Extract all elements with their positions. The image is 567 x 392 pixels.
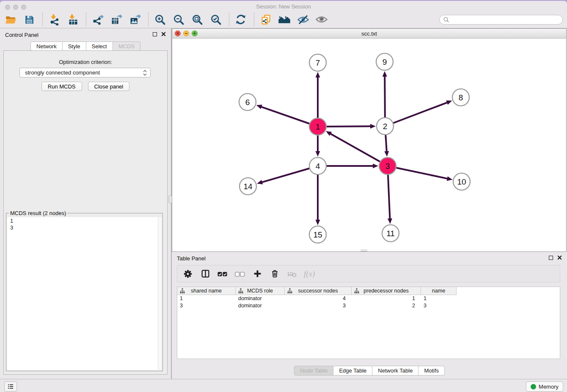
run-mcds-button[interactable]: Run MCDS — [41, 82, 82, 91]
network-table-divider-grip[interactable] — [361, 250, 367, 251]
tab-node-table[interactable]: Node Table — [294, 366, 334, 375]
table-cell[interactable]: dominator — [236, 295, 285, 302]
window-titlebar: Session: New Session — [0, 2, 567, 11]
node-table-header: shared nameMCDS rolesuccessor nodesprede… — [177, 287, 560, 295]
column-header-name[interactable]: name — [421, 287, 457, 295]
apply-function-icon: f(x) — [304, 269, 315, 279]
mcds-result-box: MCDS result (2 nodes) 13 — [6, 210, 163, 371]
save-session-icon[interactable] — [23, 13, 36, 26]
zoom-out-icon[interactable] — [172, 13, 185, 26]
column-header-predecessor-nodes[interactable]: predecessor nodes — [352, 287, 421, 295]
edge-1-6[interactable] — [260, 107, 318, 127]
export-image-icon[interactable] — [129, 13, 141, 26]
main-toolbar — [0, 11, 567, 28]
column-header-label: predecessor nodes — [363, 288, 408, 294]
select-all-icon[interactable] — [217, 268, 228, 279]
column-header-MCDS-role[interactable]: MCDS role — [236, 287, 285, 295]
criterion-selected-value: strongly connected component — [25, 69, 142, 76]
edge-arrowhead — [316, 151, 320, 157]
optimization-criterion-select[interactable]: strongly connected component — [19, 68, 151, 77]
search-input[interactable] — [449, 17, 559, 23]
tab-network-table[interactable]: Network Table — [372, 366, 418, 375]
column-header-label: MCDS role — [247, 288, 273, 294]
edge-arrowhead — [316, 72, 320, 77]
list-icon — [7, 383, 14, 390]
clone-network-icon[interactable] — [259, 13, 272, 26]
network-window-title: scc.txt — [172, 30, 566, 37]
zoom-in-icon[interactable] — [154, 13, 166, 26]
graph-node-label: 4 — [316, 162, 320, 171]
export-network-icon[interactable] — [91, 13, 104, 26]
edge-2-8[interactable] — [385, 102, 448, 126]
column-header-label: shared name — [191, 288, 222, 294]
close-panel-icon[interactable] — [161, 32, 166, 36]
tab-style[interactable]: Style — [63, 41, 86, 51]
table-cell[interactable]: 3 — [285, 302, 352, 309]
close-panel-button[interactable]: Close panel — [88, 82, 130, 91]
table-options-gear-icon[interactable] — [182, 268, 193, 279]
mcds-result-list[interactable]: 13 — [7, 217, 158, 370]
tab-mcds[interactable]: MCDS — [113, 41, 140, 51]
column-header-label: successor nodes — [298, 288, 338, 294]
import-network-icon[interactable] — [48, 13, 61, 26]
edge-arrowhead — [370, 124, 376, 129]
open-file-icon[interactable] — [4, 13, 17, 26]
edge-arrowhead — [373, 164, 378, 168]
network-view-window: scc.txt 7968124314101511 — [172, 28, 567, 252]
edge-arrowhead — [256, 105, 262, 109]
export-table-icon[interactable] — [110, 13, 123, 26]
network-window-titlebar[interactable]: scc.txt — [172, 29, 566, 39]
mcds-result-title: MCDS result (2 nodes) — [9, 210, 67, 216]
hide-selected-icon[interactable] — [297, 13, 309, 26]
table-row[interactable]: 1dominator411 — [177, 295, 560, 302]
toolbar-separator — [254, 13, 254, 26]
search-box[interactable] — [439, 15, 563, 25]
tab-select[interactable]: Select — [86, 41, 113, 51]
search-icon — [443, 17, 449, 23]
task-history-button[interactable] — [4, 381, 17, 392]
network-graph[interactable]: 7968124314101511 — [172, 39, 566, 251]
tab-edge-table[interactable]: Edge Table — [333, 366, 372, 375]
edge-3-1[interactable] — [330, 133, 388, 166]
column-header-successor-nodes[interactable]: successor nodes — [285, 287, 352, 295]
delete-row-icon[interactable] — [269, 268, 280, 279]
edge-3-10[interactable] — [388, 166, 449, 179]
table-row[interactable]: 3dominator323 — [177, 302, 560, 309]
table-cell[interactable]: 1 — [177, 295, 236, 302]
graph-node-label: 2 — [383, 122, 388, 131]
show-all-icon[interactable] — [315, 13, 328, 26]
column-type-icon — [354, 288, 359, 295]
memory-button[interactable]: Memory — [526, 381, 563, 392]
float-panel-icon[interactable] — [153, 32, 157, 36]
graph-node-label: 14 — [243, 182, 253, 191]
graph-node-label: 8 — [459, 93, 463, 102]
zoom-selected-icon[interactable] — [209, 13, 222, 26]
table-cell[interactable]: 1 — [352, 295, 421, 302]
zoom-fit-icon[interactable] — [191, 13, 204, 26]
refresh-icon[interactable] — [234, 13, 247, 26]
mcds-result-line: 3 — [10, 224, 155, 231]
column-header-shared-name[interactable]: shared name — [177, 287, 236, 295]
first-neighbors-icon[interactable] — [278, 13, 291, 26]
table-cell[interactable]: 3 — [177, 302, 236, 309]
tab-motifs[interactable]: Motifs — [418, 366, 445, 375]
table-cell[interactable]: dominator — [236, 302, 285, 309]
network-canvas-area: 7968124314101511 — [172, 39, 566, 251]
edge-arrowhead — [388, 218, 392, 224]
delete-table-icon — [286, 268, 297, 279]
table-cell[interactable]: 1 — [421, 295, 457, 302]
tab-network[interactable]: Network — [30, 41, 63, 51]
mcds-result-line: 1 — [10, 218, 155, 224]
table-cell[interactable]: 3 — [421, 302, 457, 309]
add-row-icon[interactable] — [252, 268, 263, 279]
result-scrollbar[interactable] — [158, 217, 162, 370]
import-table-icon[interactable] — [66, 13, 79, 26]
graph-node-label: 7 — [316, 58, 320, 67]
float-table-panel-icon[interactable] — [549, 256, 553, 260]
deselect-all-icon[interactable] — [234, 268, 245, 279]
table-toolbar: f(x) — [177, 265, 560, 282]
show-column-icon[interactable] — [200, 268, 211, 279]
close-table-panel-icon[interactable] — [557, 255, 562, 260]
table-cell[interactable]: 2 — [352, 302, 421, 309]
table-cell[interactable]: 4 — [285, 295, 352, 302]
